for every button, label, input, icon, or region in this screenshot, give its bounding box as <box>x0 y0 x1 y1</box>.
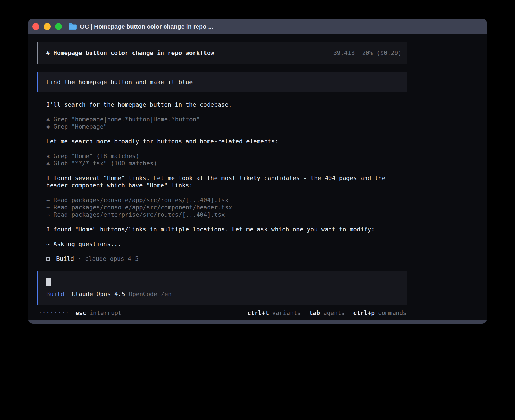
read-call-text: Read packages/enterprise/src/routes/[...… <box>54 211 225 218</box>
read-call: → Read packages/enterprise/src/routes/[.… <box>46 211 407 218</box>
terminal-content: # Homepage button color change in repo w… <box>28 34 487 320</box>
arrow-right-icon: → <box>46 211 50 218</box>
user-message: Find the homepage button and make it blu… <box>37 72 407 92</box>
agent-badge: Build · claude-opus-4-5 <box>46 255 407 262</box>
zoom-window-button[interactable] <box>55 23 62 30</box>
tool-call-text: Grep "homepage|home.*button|Home.*button… <box>54 116 200 123</box>
tool-call: ✱ Grep "homepage|home.*button|Home.*butt… <box>46 116 407 123</box>
tool-call: ✱ Grep "Homepage" <box>46 123 407 130</box>
context-percent: 20% <box>362 49 373 57</box>
agent-separator: · <box>78 255 81 262</box>
input-model: Claude Opus 4.5 <box>71 290 125 298</box>
session-header: # Homepage button color change in repo w… <box>37 42 407 64</box>
hint-label: commands <box>378 309 407 317</box>
activity-status: ~ Asking questions... <box>46 240 407 248</box>
input-meta: Build Claude Opus 4.5 OpenCode Zen <box>46 290 399 298</box>
assistant-text: I found several "Home" links. Let me loo… <box>46 174 396 189</box>
agent-model: claude-opus-4-5 <box>85 255 139 262</box>
esc-key-label: interrupt <box>90 309 122 317</box>
token-count: 39,413 <box>333 49 355 57</box>
user-message-text: Find the homepage button and make it blu… <box>46 78 193 86</box>
read-call: → Read packages/console/app/src/routes/[… <box>46 196 407 204</box>
assistant-text: I'll search for the homepage button in t… <box>46 101 407 108</box>
read-call-text: Read packages/console/app/src/component/… <box>54 204 232 211</box>
status-left: ········ esc interrupt <box>38 309 122 317</box>
tool-asterisk-icon: ✱ <box>46 116 50 123</box>
tool-call: ✱ Grep "Home" (18 matches) <box>46 152 407 160</box>
tool-call-group: ✱ Grep "homepage|home.*button|Home.*butt… <box>46 116 407 130</box>
status-bar: ········ esc interrupt ctrl+t variants t… <box>37 309 407 317</box>
agent-square-icon <box>46 257 50 261</box>
tool-call-text: Glob "**/*.tsx" (100 matches) <box>54 160 157 167</box>
tool-call-group: ✱ Grep "Home" (18 matches) ✱ Glob "**/*.… <box>46 152 407 167</box>
read-call-group: → Read packages/console/app/src/routes/[… <box>46 196 407 218</box>
hint-agents: tab agents <box>309 309 345 317</box>
tool-call: ✱ Glob "**/*.tsx" (100 matches) <box>46 160 407 167</box>
hint-variants: ctrl+t variants <box>247 309 301 317</box>
conversation: I'll search for the homepage button in t… <box>37 101 407 262</box>
hint-key: ctrl+t <box>247 309 269 317</box>
read-call-text: Read packages/console/app/src/routes/[..… <box>54 196 229 204</box>
tool-asterisk-icon: ✱ <box>46 152 50 160</box>
input-mode: Build <box>46 290 64 298</box>
tool-asterisk-icon: ✱ <box>46 160 50 167</box>
session-stats: 39,413 20% ($0.29) <box>333 49 401 57</box>
prompt-input[interactable]: Build Claude Opus 4.5 OpenCode Zen <box>37 271 407 305</box>
session-title: # Homepage button color change in repo w… <box>46 49 214 57</box>
tool-call-text: Grep "Homepage" <box>54 123 107 130</box>
assistant-text: I found "Home" buttons/links in multiple… <box>46 226 396 233</box>
hint-label: agents <box>323 309 345 317</box>
esc-key-hint: esc <box>75 309 86 317</box>
traffic-lights <box>32 23 62 30</box>
close-window-button[interactable] <box>32 23 39 30</box>
tool-asterisk-icon: ✱ <box>46 123 50 130</box>
window-title: OC | Homepage button color change in rep… <box>80 23 213 30</box>
input-provider: OpenCode Zen <box>129 290 172 298</box>
agent-name: Build <box>56 255 74 262</box>
tool-call-text: Grep "Home" (18 matches) <box>54 152 139 160</box>
hint-key: tab <box>309 309 320 317</box>
folder-icon <box>68 23 77 30</box>
hint-commands: ctrl+p commands <box>353 309 407 317</box>
session-cost: ($0.29) <box>376 49 401 57</box>
spinner-dots: ········ <box>38 309 69 317</box>
minimize-window-button[interactable] <box>44 23 51 30</box>
read-call: → Read packages/console/app/src/componen… <box>46 204 407 211</box>
window-titlebar[interactable]: OC | Homepage button color change in rep… <box>28 19 487 34</box>
terminal-window: OC | Homepage button color change in rep… <box>28 19 487 324</box>
assistant-text: Let me search more broadly for buttons a… <box>46 138 407 145</box>
desktop-background: OC | Homepage button color change in rep… <box>0 0 515 420</box>
hint-key: ctrl+p <box>353 309 375 317</box>
arrow-right-icon: → <box>46 204 50 211</box>
status-right: ctrl+t variants tab agents ctrl+p comman… <box>239 309 407 317</box>
text-cursor <box>46 278 51 286</box>
arrow-right-icon: → <box>46 196 50 204</box>
hint-label: variants <box>272 309 301 317</box>
